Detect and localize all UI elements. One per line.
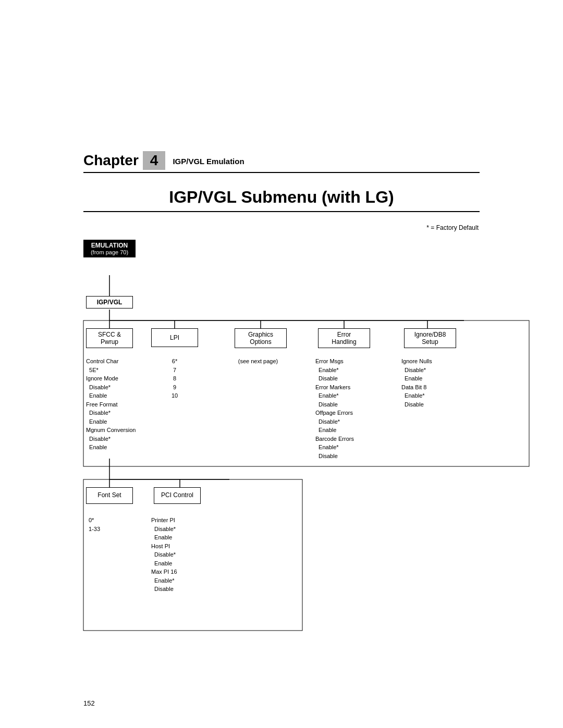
emulation-label: EMULATION [88, 242, 131, 249]
page-number: 152 [83, 699, 95, 707]
igpvgl-box: IGP/VGL [86, 296, 133, 309]
ignore-items: Ignore Nulls Disable* Enable Data Bit 8 … [399, 357, 467, 409]
fontset-label: Font Set [90, 490, 129, 501]
graphics-line2: Options [238, 338, 283, 346]
graphics-line1: Graphics [238, 331, 283, 338]
error-box: Error Handling [318, 328, 370, 348]
pcicontrol-items: Printer PI Disable* Enable Host PI Disab… [149, 516, 211, 594]
emulation-box: EMULATION (from page 70) [83, 240, 136, 257]
lpi-items: 6* 7 8 9 10 [151, 357, 198, 400]
page: Chapter 4 IGP/VGL Emulation IGP/VGL Subm… [0, 0, 563, 728]
ignoredb8-line1: Ignore/DB8 [408, 331, 452, 338]
error-items: Error Msgs Enable* Disable Error Markers… [313, 357, 375, 460]
chapter-subtitle: IGP/VGL Emulation [173, 157, 244, 166]
ignoredb8-line2: Setup [408, 338, 452, 346]
chapter-header: Chapter 4 IGP/VGL Emulation [83, 151, 480, 173]
emulation-from: (from page 70) [88, 249, 131, 255]
factory-default-note: * = Factory Default [426, 224, 479, 231]
sfcc-line2: Pwrup [90, 338, 129, 346]
graphics-items: (see next page) [224, 357, 292, 366]
chapter-word: Chapter [83, 152, 139, 169]
lpi-label: LPI [155, 331, 194, 344]
error-line1: Error [322, 331, 366, 338]
lpi-box: LPI [151, 328, 198, 347]
pcicontrol-label: PCI Control [157, 490, 197, 501]
fontset-box: Font Set [86, 487, 133, 504]
sfcc-items: Control Char 5E* Ignore Mode Disable* En… [83, 357, 143, 452]
diagram-lines [83, 240, 532, 709]
diagram-area: EMULATION (from page 70) IGP/VGL SFCC & … [83, 240, 532, 719]
pcicontrol-box: PCI Control [154, 487, 201, 504]
graphics-box: Graphics Options [235, 328, 287, 348]
chapter-title-row: Chapter 4 IGP/VGL Emulation [83, 151, 480, 173]
igpvgl-label: IGP/VGL [97, 299, 123, 306]
chapter-number: 4 [143, 151, 166, 170]
ignoredb8-box: Ignore/DB8 Setup [404, 328, 456, 348]
fontset-items: 0* 1-33 [86, 516, 133, 533]
sfcc-line1: SFCC & [90, 331, 129, 338]
sfcc-box: SFCC & Pwrup [86, 328, 133, 348]
page-title: IGP/VGL Submenu (with LG) [83, 188, 480, 212]
error-line2: Handling [322, 338, 366, 346]
